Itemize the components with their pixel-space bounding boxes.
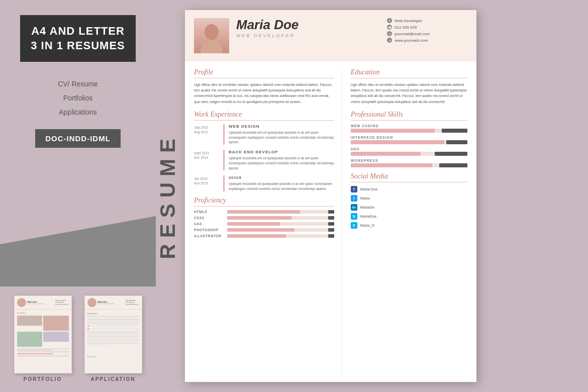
work-date-0: July 2010Aug 2012 <box>194 124 219 145</box>
thumb-letter-body: Application <box>85 310 142 360</box>
skill-fill-3 <box>351 163 433 167</box>
resume-header: Maria Doe WEB DEVELOPER ● Web Developer … <box>185 10 476 61</box>
thumbnails-row: Maria Doe WEB DEVELOPER Web Developer012… <box>0 296 156 382</box>
twitter-icon: t <box>351 195 357 202</box>
email-icon: ✉ <box>387 31 392 36</box>
thumb-app-title: WEB DEVELOPER <box>98 303 125 305</box>
skill-label-3: WORDPRESS <box>351 159 467 162</box>
prof-item-0: HTML5 <box>194 210 334 214</box>
tb-1 <box>87 325 139 327</box>
prof-item-2: SAS <box>194 222 334 226</box>
thumb-app-header: Maria Doe WEB DEVELOPER Web Developer012… <box>85 296 142 310</box>
work-content-2: UI/UX Uptaspid eossedita od quaepudae ip… <box>229 175 334 191</box>
work-desc-0: Uptaspid eossedita arit od quaepudae ips… <box>229 130 334 145</box>
social-skype1: S MariaDoe <box>351 213 467 220</box>
skill-item-2: SEO <box>351 147 467 156</box>
skill-dark-2 <box>435 152 467 156</box>
skill-fill-0 <box>351 129 435 133</box>
svg-point-1 <box>201 41 223 53</box>
thumb-img-4 <box>43 332 69 342</box>
tl-10 <box>87 338 139 339</box>
work-desc-2: Uptaspid eossedita od quaepudae ipsandis… <box>229 181 334 191</box>
thumb-name-block: Maria Doe WEB DEVELOPER <box>28 301 54 305</box>
prof-end-3 <box>328 228 334 232</box>
work-bar-2 <box>223 175 225 191</box>
tl-5 <box>87 323 139 324</box>
tb-dot-1 <box>87 325 89 327</box>
resume-name-block: Maria Doe WEB DEVELOPER <box>236 18 380 38</box>
thumb-app-section-title: Application <box>87 312 139 315</box>
thumb-img-3 <box>17 332 43 347</box>
portfolio-thumb-item: Maria Doe WEB DEVELOPER Web Developer012… <box>14 296 72 382</box>
tl-7 <box>87 332 139 333</box>
thumb-portfolio-title: Portfolio <box>17 312 69 314</box>
skill-track-0 <box>351 129 467 133</box>
tl-9 <box>87 336 139 337</box>
person-icon: ● <box>387 18 392 23</box>
work-title-0: WEB DESIGN <box>229 124 334 129</box>
thumb-avatar <box>17 298 26 307</box>
resume-body: Profile Ugit offictu illes et omnihitis … <box>185 61 476 382</box>
prof-item-1: CSS3 <box>194 216 334 220</box>
resume-job-title: WEB DEVELOPER <box>236 33 380 38</box>
tl-8 <box>87 334 139 335</box>
work-entry-0: July 2010Aug 2012 WEB DESIGN Uptaspid eo… <box>194 124 334 145</box>
prof-end-4 <box>328 234 334 238</box>
web-icon: ☀ <box>387 38 392 43</box>
thumb-line-2 <box>17 350 53 351</box>
social-twitter-text: Maria <box>360 196 370 201</box>
prof-track-4 <box>227 234 334 238</box>
prof-end-0 <box>328 210 334 214</box>
subtitle-cv: CV/ Resume <box>58 77 97 91</box>
prof-item-3: PHOTOSHOP <box>194 228 334 232</box>
tl-12 <box>87 341 139 342</box>
prof-label-0: HTML5 <box>194 210 224 214</box>
prof-label-4: ILLUSTRATOR <box>194 234 224 238</box>
thumb-line-7 <box>17 356 69 357</box>
prof-fill-0 <box>227 210 300 214</box>
skype-icon-1: S <box>351 213 357 220</box>
left-panel: A4 AND LETTER 3 IN 1 RESUMES CV/ Resume … <box>0 0 156 392</box>
tl-14 <box>87 345 108 346</box>
skill-item-1: INTERFACE DESIGN <box>351 136 467 144</box>
work-date-2: Jan 2015Nov 2015 <box>194 175 219 191</box>
resume-left-col: Profile Ugit offictu illes et omnihitis … <box>194 68 342 375</box>
thumb-portfolio-body: Portfolio <box>15 310 71 359</box>
tl-1 <box>87 316 139 317</box>
subtitle-applications: Applications <box>58 105 97 119</box>
application-thumb-item: Maria Doe WEB DEVELOPER Web Developer012… <box>84 296 142 382</box>
thumb-line-4 <box>17 352 69 353</box>
linkedin-icon: in <box>351 204 357 211</box>
social-twitter: t Maria <box>351 195 467 202</box>
work-title-2: UI/UX <box>229 175 334 180</box>
resume-vertical-text: RESUME <box>156 128 180 264</box>
thumb-portfolio-images <box>17 316 69 347</box>
work-content-0: WEB DESIGN Uptaspid eossedita arit od qu… <box>229 124 334 145</box>
prof-track-1 <box>227 216 334 220</box>
tl-11 <box>87 339 139 340</box>
prof-item-4: ILLUSTRATOR <box>194 234 334 238</box>
prof-label-3: PHOTOSHOP <box>194 228 224 232</box>
main-area: RESUME Maria Doe WEB DEVELOPER ● Web Dev <box>156 0 588 392</box>
thumb-img-2 <box>43 316 69 331</box>
work-title-1: BACK END DEVELOP <box>229 150 334 154</box>
skill-track-2 <box>351 152 467 156</box>
contact-job: ● Web Developer <box>387 18 467 23</box>
thumb-line-5 <box>17 353 53 354</box>
prof-track-2 <box>227 222 334 226</box>
skill-dark-0 <box>442 129 467 133</box>
tl-4 <box>87 321 139 322</box>
tl-3 <box>87 319 139 320</box>
skill-fill-2 <box>351 152 421 156</box>
social-linkedin-text: MariaDe <box>360 205 374 210</box>
doc-types: DOC-INDD-IDML <box>35 129 121 148</box>
social-skype2: S Maria_D <box>351 222 467 229</box>
work-bar-0 <box>223 124 225 145</box>
diagonal-bg <box>0 216 156 286</box>
skill-label-1: INTERFACE DESIGN <box>351 136 467 139</box>
prof-fill-3 <box>227 228 295 232</box>
contact-phone: ☎ 012 345 678 <box>387 25 467 30</box>
subtitle-portfolios: Portfolios <box>58 91 97 105</box>
phone-icon: ☎ <box>387 25 392 30</box>
social-linkedin: in MariaDe <box>351 204 467 211</box>
